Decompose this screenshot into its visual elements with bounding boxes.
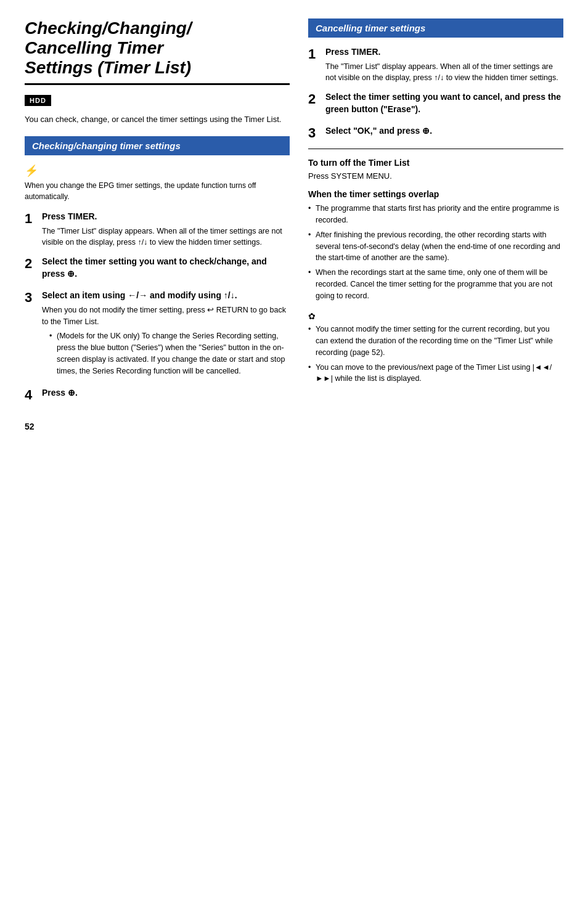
step-title: Press TIMER.	[325, 46, 563, 59]
right-column: Cancelling timer settings 1 Press TIMER.…	[308, 18, 563, 889]
step-number: 3	[25, 291, 42, 304]
note-text: When you change the EPG timer settings, …	[25, 180, 290, 202]
right-section-header: Cancelling timer settings	[308, 18, 563, 38]
list-item: When the recordings start at the same ti…	[308, 267, 563, 301]
two-column-layout: Checking/Changing/ Cancelling Timer Sett…	[25, 18, 563, 889]
timer-off-body: Press SYSTEM MENU.	[308, 171, 563, 181]
step-number: 2	[25, 257, 42, 271]
step-content: Select an item using ←/→ and modify usin…	[42, 290, 290, 380]
page-number: 52	[25, 409, 290, 431]
left-step-1: 1 Press TIMER. The "Timer List" display …	[25, 211, 290, 248]
list-item: After finishing the previous recording, …	[308, 229, 563, 264]
right-step-2: 2 Select the timer setting you want to c…	[308, 91, 563, 118]
right-step-1: 1 Press TIMER. The "Timer List" display …	[308, 46, 563, 84]
left-column: Checking/Changing/ Cancelling Timer Sett…	[25, 18, 290, 889]
tip-icon: ✿	[308, 311, 563, 321]
step-content: Select the timer setting you want to can…	[325, 91, 563, 118]
page: Checking/Changing/ Cancelling Timer Sett…	[0, 0, 588, 914]
page-title: Checking/Changing/ Cancelling Timer Sett…	[25, 18, 290, 85]
step-title: Press ⊕.	[42, 387, 290, 399]
hdd-badge: HDD	[25, 95, 51, 106]
step-number: 3	[308, 126, 325, 140]
step-body: When you do not modify the timer setting…	[42, 304, 290, 377]
list-item: You can move to the previous/next page o…	[308, 362, 563, 385]
step-number: 2	[308, 92, 325, 106]
step-body: The "Timer List" display appears. When a…	[42, 226, 290, 249]
overlap-title: When the timer settings overlap	[308, 189, 563, 199]
step-number: 1	[25, 212, 42, 226]
timer-off-title: To turn off the Timer List	[308, 158, 563, 168]
step-body: The "Timer List" display appears. When a…	[325, 61, 563, 84]
overlap-subsection: When the timer settings overlap The prog…	[308, 189, 563, 301]
left-step-4: 4 Press ⊕.	[25, 387, 290, 402]
step-content: Press TIMER. The "Timer List" display ap…	[42, 211, 290, 248]
overlap-bullet-list: The programme that starts first has prio…	[308, 203, 563, 301]
step-number: 4	[25, 388, 42, 402]
list-item: (Models for the UK only) To change the S…	[49, 330, 290, 377]
note-icon: ⚡	[25, 164, 290, 177]
list-item: You cannot modify the timer setting for …	[308, 324, 563, 358]
step-title: Select the timer setting you want to che…	[42, 256, 290, 280]
list-item: The programme that starts first has prio…	[308, 203, 563, 226]
step-number: 1	[308, 47, 325, 61]
step-content: Select the timer setting you want to che…	[42, 256, 290, 282]
left-step-2: 2 Select the timer setting you want to c…	[25, 256, 290, 282]
intro-text: You can check, change, or cancel the tim…	[25, 113, 290, 126]
left-step-3: 3 Select an item using ←/→ and modify us…	[25, 290, 290, 380]
step-body-para: When you do not modify the timer setting…	[42, 304, 290, 328]
sub-bullet-list: (Models for the UK only) To change the S…	[42, 330, 290, 377]
left-section-header: Checking/changing timer settings	[25, 136, 290, 155]
timer-off-subsection: To turn off the Timer List Press SYSTEM …	[308, 158, 563, 181]
tips-section: ✿ You cannot modify the timer setting fo…	[308, 311, 563, 385]
step-content: Press TIMER. The "Timer List" display ap…	[325, 46, 563, 84]
right-step-3: 3 Select "OK," and press ⊕.	[308, 125, 563, 140]
step-content: Select "OK," and press ⊕.	[325, 125, 563, 140]
divider	[308, 149, 563, 149]
step-title: Select "OK," and press ⊕.	[325, 125, 563, 137]
step-title: Press TIMER.	[42, 211, 290, 223]
step-title: Select the timer setting you want to can…	[325, 91, 563, 115]
step-content: Press ⊕.	[42, 387, 290, 402]
step-title: Select an item using ←/→ and modify usin…	[42, 290, 290, 302]
tips-list: You cannot modify the timer setting for …	[308, 324, 563, 385]
